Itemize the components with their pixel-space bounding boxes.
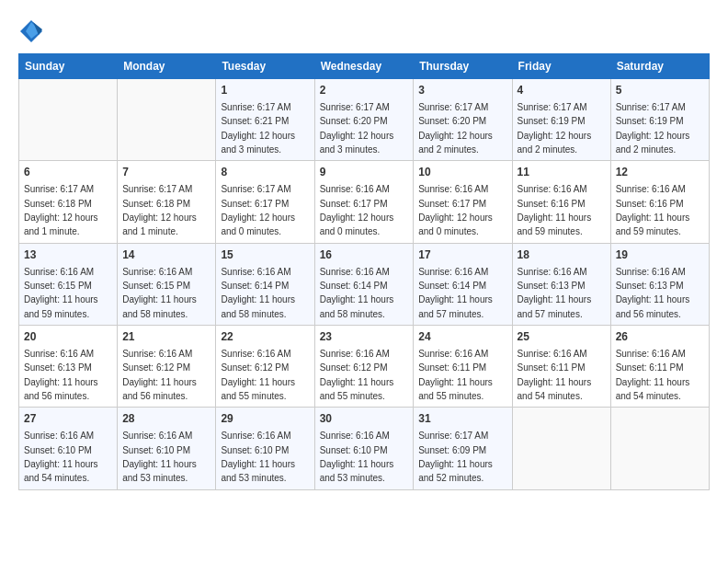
day-number: 30 (320, 411, 409, 427)
day-info: Sunrise: 6:17 AM Sunset: 6:20 PM Dayligh… (320, 102, 394, 155)
calendar-day-cell: 13Sunrise: 6:16 AM Sunset: 6:15 PM Dayli… (19, 243, 118, 325)
calendar-day-cell: 31Sunrise: 6:17 AM Sunset: 6:09 PM Dayli… (414, 408, 512, 489)
day-number: 31 (418, 411, 506, 427)
day-info: Sunrise: 6:16 AM Sunset: 6:12 PM Dayligh… (221, 349, 295, 401)
day-number: 23 (320, 329, 409, 345)
day-number: 19 (616, 247, 704, 263)
day-number: 15 (221, 247, 309, 263)
calendar-day-cell: 24Sunrise: 6:16 AM Sunset: 6:11 PM Dayli… (414, 326, 512, 408)
day-of-week-header: Friday (512, 54, 610, 79)
day-of-week-header: Thursday (414, 54, 512, 79)
day-number: 22 (221, 329, 309, 345)
day-info: Sunrise: 6:17 AM Sunset: 6:19 PM Dayligh… (518, 102, 592, 155)
calendar-day-cell: 21Sunrise: 6:16 AM Sunset: 6:12 PM Dayli… (118, 326, 216, 408)
day-info: Sunrise: 6:16 AM Sunset: 6:11 PM Dayligh… (518, 349, 592, 401)
day-number: 13 (24, 247, 112, 263)
calendar-day-cell (512, 408, 610, 489)
day-number: 28 (122, 411, 210, 427)
day-info: Sunrise: 6:16 AM Sunset: 6:10 PM Dayligh… (320, 431, 394, 483)
calendar-day-cell: 3Sunrise: 6:17 AM Sunset: 6:20 PM Daylig… (414, 79, 512, 161)
day-number: 8 (221, 165, 309, 180)
day-number: 29 (221, 411, 309, 427)
day-number: 16 (320, 247, 409, 263)
calendar-day-cell: 2Sunrise: 6:17 AM Sunset: 6:20 PM Daylig… (314, 79, 414, 161)
calendar-week-row: 27Sunrise: 6:16 AM Sunset: 6:10 PM Dayli… (19, 408, 710, 489)
day-info: Sunrise: 6:17 AM Sunset: 6:20 PM Dayligh… (418, 102, 493, 155)
day-info: Sunrise: 6:17 AM Sunset: 6:17 PM Dayligh… (221, 184, 295, 236)
day-info: Sunrise: 6:16 AM Sunset: 6:12 PM Dayligh… (122, 349, 197, 401)
day-of-week-header: Wednesday (314, 54, 414, 79)
day-number: 20 (24, 329, 112, 345)
calendar-day-cell: 11Sunrise: 6:16 AM Sunset: 6:16 PM Dayli… (512, 161, 610, 243)
calendar-day-cell: 27Sunrise: 6:16 AM Sunset: 6:10 PM Dayli… (19, 408, 118, 489)
day-number: 24 (418, 329, 506, 345)
day-number: 4 (518, 83, 606, 98)
day-info: Sunrise: 6:17 AM Sunset: 6:18 PM Dayligh… (24, 184, 98, 236)
day-number: 21 (122, 329, 210, 345)
day-info: Sunrise: 6:16 AM Sunset: 6:11 PM Dayligh… (418, 349, 493, 401)
calendar-day-cell: 7Sunrise: 6:17 AM Sunset: 6:18 PM Daylig… (118, 161, 216, 243)
day-number: 18 (518, 247, 606, 263)
calendar-day-cell (610, 408, 709, 489)
day-info: Sunrise: 6:16 AM Sunset: 6:16 PM Dayligh… (518, 184, 592, 236)
calendar-day-cell: 25Sunrise: 6:16 AM Sunset: 6:11 PM Dayli… (512, 326, 610, 408)
calendar-day-cell: 1Sunrise: 6:17 AM Sunset: 6:21 PM Daylig… (216, 79, 314, 161)
calendar-week-row: 6Sunrise: 6:17 AM Sunset: 6:18 PM Daylig… (19, 161, 710, 243)
day-info: Sunrise: 6:16 AM Sunset: 6:10 PM Dayligh… (122, 431, 197, 483)
calendar-week-row: 13Sunrise: 6:16 AM Sunset: 6:15 PM Dayli… (19, 243, 710, 325)
day-info: Sunrise: 6:17 AM Sunset: 6:18 PM Dayligh… (122, 184, 197, 236)
calendar-day-cell: 22Sunrise: 6:16 AM Sunset: 6:12 PM Dayli… (216, 326, 314, 408)
day-number: 3 (418, 83, 506, 98)
day-info: Sunrise: 6:17 AM Sunset: 6:21 PM Dayligh… (221, 102, 295, 155)
day-info: Sunrise: 6:16 AM Sunset: 6:11 PM Dayligh… (616, 349, 690, 401)
day-number: 25 (518, 329, 606, 345)
calendar-header-row: SundayMondayTuesdayWednesdayThursdayFrid… (19, 54, 710, 79)
day-number: 14 (122, 247, 210, 263)
calendar-day-cell: 23Sunrise: 6:16 AM Sunset: 6:12 PM Dayli… (314, 326, 414, 408)
day-number: 5 (616, 83, 704, 98)
calendar-day-cell: 4Sunrise: 6:17 AM Sunset: 6:19 PM Daylig… (512, 79, 610, 161)
calendar-day-cell: 15Sunrise: 6:16 AM Sunset: 6:14 PM Dayli… (216, 243, 314, 325)
calendar-day-cell: 8Sunrise: 6:17 AM Sunset: 6:17 PM Daylig… (216, 161, 314, 243)
day-info: Sunrise: 6:16 AM Sunset: 6:13 PM Dayligh… (24, 349, 98, 401)
calendar-day-cell: 12Sunrise: 6:16 AM Sunset: 6:16 PM Dayli… (610, 161, 709, 243)
day-info: Sunrise: 6:16 AM Sunset: 6:14 PM Dayligh… (320, 267, 394, 319)
calendar-day-cell: 29Sunrise: 6:16 AM Sunset: 6:10 PM Dayli… (216, 408, 314, 489)
day-info: Sunrise: 6:16 AM Sunset: 6:17 PM Dayligh… (320, 184, 394, 236)
day-info: Sunrise: 6:17 AM Sunset: 6:09 PM Dayligh… (418, 431, 493, 483)
calendar-day-cell: 9Sunrise: 6:16 AM Sunset: 6:17 PM Daylig… (314, 161, 414, 243)
day-info: Sunrise: 6:16 AM Sunset: 6:13 PM Dayligh… (518, 267, 592, 319)
calendar-day-cell (118, 79, 216, 161)
page-header (18, 18, 710, 44)
calendar-day-cell: 28Sunrise: 6:16 AM Sunset: 6:10 PM Dayli… (118, 408, 216, 489)
calendar-day-cell (19, 79, 118, 161)
day-info: Sunrise: 6:16 AM Sunset: 6:12 PM Dayligh… (320, 349, 394, 401)
day-of-week-header: Saturday (610, 54, 709, 79)
day-info: Sunrise: 6:16 AM Sunset: 6:14 PM Dayligh… (418, 267, 493, 319)
day-number: 26 (616, 329, 704, 345)
logo-icon (18, 18, 44, 44)
day-info: Sunrise: 6:16 AM Sunset: 6:14 PM Dayligh… (221, 267, 295, 319)
day-of-week-header: Sunday (19, 54, 118, 79)
calendar-day-cell: 30Sunrise: 6:16 AM Sunset: 6:10 PM Dayli… (314, 408, 414, 489)
day-info: Sunrise: 6:16 AM Sunset: 6:16 PM Dayligh… (616, 184, 690, 236)
calendar-day-cell: 26Sunrise: 6:16 AM Sunset: 6:11 PM Dayli… (610, 326, 709, 408)
logo (18, 18, 48, 44)
calendar-week-row: 1Sunrise: 6:17 AM Sunset: 6:21 PM Daylig… (19, 79, 710, 161)
day-number: 7 (122, 165, 210, 180)
day-info: Sunrise: 6:16 AM Sunset: 6:15 PM Dayligh… (122, 267, 197, 319)
calendar-day-cell: 5Sunrise: 6:17 AM Sunset: 6:19 PM Daylig… (610, 79, 709, 161)
calendar-day-cell: 18Sunrise: 6:16 AM Sunset: 6:13 PM Dayli… (512, 243, 610, 325)
calendar-day-cell: 20Sunrise: 6:16 AM Sunset: 6:13 PM Dayli… (19, 326, 118, 408)
day-of-week-header: Tuesday (216, 54, 314, 79)
day-number: 10 (418, 165, 506, 180)
day-info: Sunrise: 6:16 AM Sunset: 6:17 PM Dayligh… (418, 184, 493, 236)
day-of-week-header: Monday (118, 54, 216, 79)
day-info: Sunrise: 6:16 AM Sunset: 6:10 PM Dayligh… (24, 431, 98, 483)
day-number: 17 (418, 247, 506, 263)
calendar-day-cell: 6Sunrise: 6:17 AM Sunset: 6:18 PM Daylig… (19, 161, 118, 243)
day-number: 27 (24, 411, 112, 427)
day-number: 2 (320, 83, 409, 98)
calendar-day-cell: 10Sunrise: 6:16 AM Sunset: 6:17 PM Dayli… (414, 161, 512, 243)
day-number: 1 (221, 83, 309, 98)
